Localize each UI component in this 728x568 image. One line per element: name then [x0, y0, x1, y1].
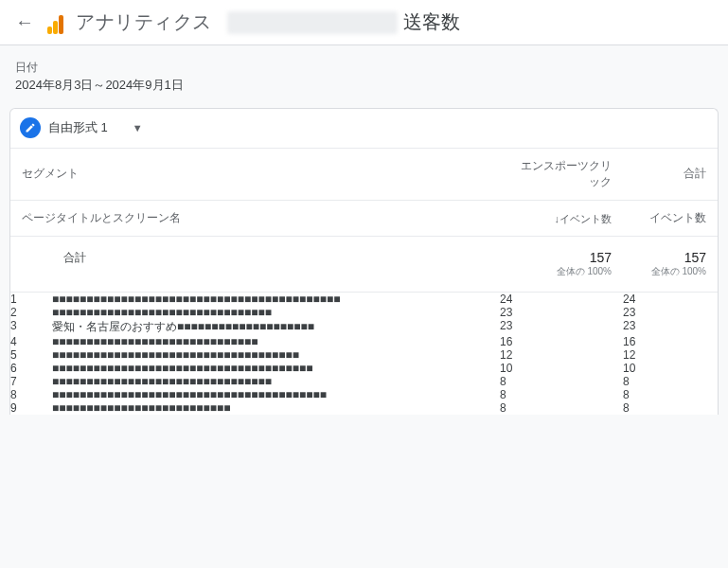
row-bar-cell: 23: [500, 306, 623, 319]
row-title: 愛知・名古屋のおすすめ■■■■■■■■■■■■■■■■■■■■: [52, 319, 500, 335]
row-index: 4: [10, 335, 52, 348]
row-bar-cell: 8: [500, 401, 623, 415]
row-bar-cell: 12: [500, 348, 623, 362]
row-bar-cell: 8: [500, 388, 623, 401]
row-title: ■■■■■■■■■■■■■■■■■■■■■■■■■■■■■■: [52, 335, 500, 348]
row-bar-cell: 24: [500, 293, 623, 306]
row-v2: 10: [623, 362, 718, 375]
chevron-down-icon: ▼: [133, 122, 143, 133]
segment-column-header[interactable]: エンスポーツクリック: [500, 149, 623, 201]
total-column-header[interactable]: 合計: [623, 149, 718, 201]
row-v1: 8: [500, 375, 623, 388]
row-bar-cell: 23: [500, 319, 623, 335]
app-name: アナリティクス: [76, 9, 212, 35]
row-v2: 12: [623, 348, 718, 362]
row-index: 2: [10, 306, 52, 319]
row-v1: 23: [500, 306, 623, 319]
row-title: ■■■■■■■■■■■■■■■■■■■■■■■■■■: [52, 401, 500, 415]
row-index: 5: [10, 348, 52, 362]
row-bar-cell: 16: [500, 335, 623, 348]
segment-header: セグメント: [10, 149, 500, 201]
totals-label: 合計: [10, 237, 500, 293]
row-v1: 12: [500, 348, 623, 362]
row-index: 1: [10, 293, 52, 306]
row-v1: 23: [500, 319, 623, 332]
date-label: 日付: [15, 59, 713, 76]
metric-header-2[interactable]: イベント数: [623, 201, 718, 237]
data-table: セグメント エンスポーツクリック 合計 ページタイトルとスクリーン名 ↓イベント…: [10, 149, 718, 415]
exploration-sheet: 自由形式 1 ▼ セグメント エンスポーツクリック 合計 ページタイトルとスクリ…: [9, 108, 719, 415]
row-v2: 23: [623, 306, 718, 319]
row-bar-cell: 8: [500, 375, 623, 388]
row-v1: 16: [500, 335, 623, 348]
row-index: 8: [10, 388, 52, 401]
row-v1: 10: [500, 362, 623, 375]
row-index: 6: [10, 362, 52, 375]
tab-freeform-1[interactable]: 自由形式 1 ▼: [10, 109, 160, 148]
row-v1: 24: [500, 293, 623, 306]
arrow-left-icon: ←: [15, 11, 34, 33]
row-title: ■■■■■■■■■■■■■■■■■■■■■■■■■■■■■■■■■■■■: [52, 348, 500, 362]
app-header: ← アナリティクス 送客数: [0, 0, 728, 45]
row-v2: 8: [623, 375, 718, 388]
row-title: ■■■■■■■■■■■■■■■■■■■■■■■■■■■■■■■■■■■■■■■■…: [52, 293, 500, 306]
row-v2: 8: [623, 401, 718, 415]
row-v2: 23: [623, 319, 718, 335]
row-v1: 8: [500, 388, 623, 401]
totals-v1: 157 全体の 100%: [500, 237, 623, 293]
row-v2: 8: [623, 388, 718, 401]
tab-bar: 自由形式 1 ▼: [10, 109, 718, 149]
tab-name: 自由形式 1: [48, 119, 108, 136]
row-v2: 16: [623, 335, 718, 348]
metric-header-1[interactable]: ↓イベント数: [500, 201, 623, 237]
row-title: ■■■■■■■■■■■■■■■■■■■■■■■■■■■■■■■■: [52, 375, 500, 388]
analytics-logo-icon: [47, 11, 70, 34]
page-title: 送客数: [403, 9, 460, 35]
date-range-value: 2024年8月3日～2024年9月1日: [15, 76, 713, 95]
pencil-icon: [20, 117, 41, 138]
date-range-block: 日付 2024年8月3日～2024年9月1日: [0, 45, 728, 104]
row-title-clear: 愛知・名古屋のおすすめ: [52, 320, 177, 333]
dimension-header: ページタイトルとスクリーン名: [10, 201, 500, 237]
row-index: 7: [10, 375, 52, 388]
row-title: ■■■■■■■■■■■■■■■■■■■■■■■■■■■■■■■■: [52, 306, 500, 319]
row-bar-cell: 10: [500, 362, 623, 375]
row-v2: 24: [623, 293, 718, 306]
row-title: ■■■■■■■■■■■■■■■■■■■■■■■■■■■■■■■■■■■■■■■■: [52, 388, 500, 401]
row-v1: 8: [500, 401, 623, 415]
property-name-redacted: [227, 11, 398, 34]
row-index: 3: [10, 319, 52, 335]
totals-v2: 157 全体の 100%: [623, 237, 718, 293]
row-index: 9: [10, 401, 52, 415]
back-button[interactable]: ←: [8, 6, 42, 40]
row-title: ■■■■■■■■■■■■■■■■■■■■■■■■■■■■■■■■■■■■■■: [52, 362, 500, 375]
